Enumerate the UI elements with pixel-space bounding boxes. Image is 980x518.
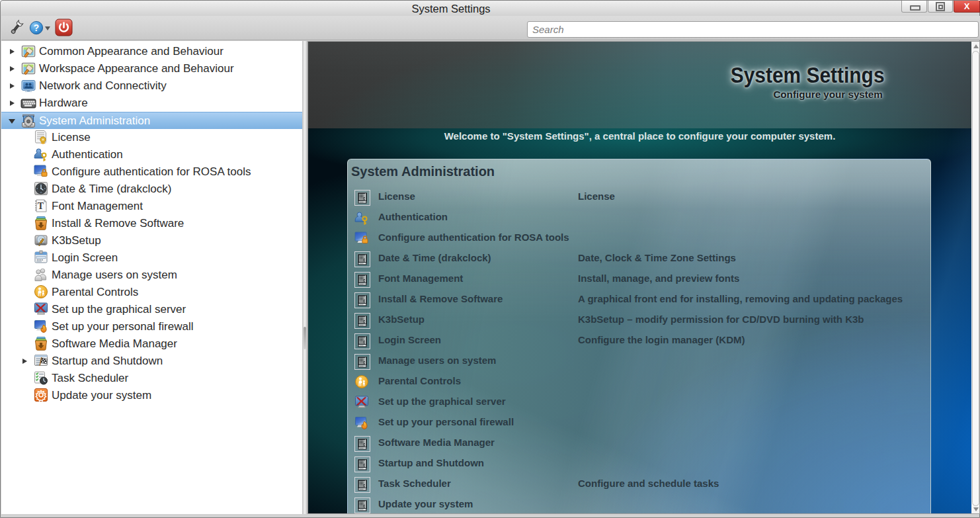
- svg-text:T: T: [38, 201, 44, 211]
- svg-text:?: ?: [34, 23, 39, 33]
